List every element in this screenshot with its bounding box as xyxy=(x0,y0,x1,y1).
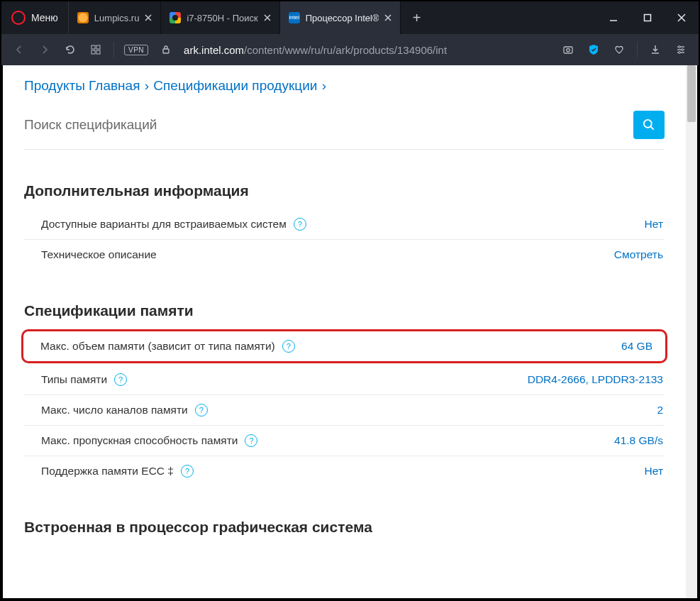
svg-point-22 xyxy=(679,52,681,54)
close-icon[interactable] xyxy=(384,14,391,21)
address-bar: VPN ark.intel.com/content/www/ru/ru/ark/… xyxy=(1,34,699,65)
spec-search-row: Поиск спецификаций xyxy=(24,111,665,150)
section-title-memory: Спецификации памяти xyxy=(24,302,665,319)
browser-window: Меню Lumpics.ru i7-8750H - Поиск intel П… xyxy=(0,0,700,601)
adblock-shield-icon[interactable] xyxy=(582,38,606,62)
spec-value: 64 GB xyxy=(621,340,652,353)
spec-label: Техническое описание xyxy=(41,248,157,261)
tab-strip: Lumpics.ru i7-8750H - Поиск intel Процес… xyxy=(69,1,596,34)
spec-row-embedded: Доступные варианты для встраиваемых сист… xyxy=(24,209,665,240)
breadcrumb-link-home[interactable]: Продукты Главная xyxy=(24,78,140,93)
viewport: Продукты Главная › Спецификации продукци… xyxy=(3,65,697,598)
spec-row-memory-types: Типы памяти ? DDR4-2666, LPDDR3-2133 xyxy=(24,365,665,395)
help-icon[interactable]: ? xyxy=(245,434,257,447)
spec-value: Нет xyxy=(645,465,663,478)
help-icon[interactable]: ? xyxy=(195,404,208,417)
vpn-badge[interactable]: VPN xyxy=(124,45,148,55)
section-title-additional: Дополнительная информация xyxy=(24,182,665,199)
spec-row-channels: Макс. число каналов памяти ? 2 xyxy=(24,395,665,426)
search-icon xyxy=(642,118,656,132)
bookmark-heart-button[interactable] xyxy=(607,38,631,62)
svg-rect-7 xyxy=(645,15,651,21)
page-content: Продукты Главная › Спецификации продукци… xyxy=(3,65,686,598)
lock-icon[interactable] xyxy=(154,38,178,62)
svg-point-16 xyxy=(567,48,570,51)
svg-rect-14 xyxy=(163,49,169,53)
svg-point-20 xyxy=(679,46,681,48)
menu-button[interactable]: Меню xyxy=(1,1,69,34)
chevron-right-icon: › xyxy=(145,78,149,93)
spec-value: 2 xyxy=(657,404,663,417)
spec-row-bandwidth: Макс. пропускная способность памяти ? 41… xyxy=(24,426,665,456)
tab-intel-active[interactable]: intel Процессор Intel® xyxy=(280,1,401,34)
tab-label: Lumpics.ru xyxy=(94,13,140,23)
spec-row-ecc: Поддержка памяти ECC ‡ ? Нет xyxy=(24,456,665,486)
spec-row-datasheet: Техническое описание Смотреть xyxy=(24,240,665,270)
maximize-button[interactable] xyxy=(630,1,665,34)
svg-rect-15 xyxy=(564,47,572,53)
tab-label: Процессор Intel® xyxy=(306,13,379,23)
help-icon[interactable]: ? xyxy=(282,340,295,353)
chevron-right-icon: › xyxy=(322,78,326,93)
opera-logo-icon xyxy=(11,11,26,25)
svg-rect-11 xyxy=(96,45,100,49)
search-button[interactable] xyxy=(633,111,665,139)
spec-list-additional: Доступные варианты для встраиваемых сист… xyxy=(24,209,665,270)
spec-label: Макс. объем памяти (зависит от типа памя… xyxy=(40,340,295,353)
reload-button[interactable] xyxy=(58,38,82,62)
tab-label: i7-8750H - Поиск xyxy=(187,13,257,23)
downloads-button[interactable] xyxy=(643,38,667,62)
svg-rect-13 xyxy=(96,50,100,54)
search-placeholder[interactable]: Поиск спецификаций xyxy=(24,117,157,133)
spec-row-max-memory: Макс. объем памяти (зависит от типа памя… xyxy=(21,329,667,363)
spec-value: Нет xyxy=(645,218,663,231)
separator xyxy=(113,42,114,57)
url-path: /content/www/ru/ru/ark/products/134906/i… xyxy=(244,44,447,56)
spec-label: Поддержка памяти ECC ‡ ? xyxy=(41,465,194,478)
spec-label: Типы памяти ? xyxy=(41,373,127,386)
favicon-lumpics-icon xyxy=(77,12,89,23)
window-controls xyxy=(596,1,699,34)
spec-label: Доступные варианты для встраиваемых сист… xyxy=(41,218,306,231)
menu-label: Меню xyxy=(31,12,58,23)
close-icon[interactable] xyxy=(264,14,271,21)
vertical-scrollbar[interactable] xyxy=(686,65,697,598)
speed-dial-button[interactable] xyxy=(84,38,108,62)
url-field[interactable]: ark.intel.com/content/www/ru/ru/ark/prod… xyxy=(179,44,555,56)
favicon-intel-icon: intel xyxy=(289,12,300,23)
separator xyxy=(637,42,638,57)
tab-lumpics[interactable]: Lumpics.ru xyxy=(69,1,162,34)
svg-line-24 xyxy=(651,127,654,130)
spec-value: DDR4-2666, LPDDR3-2133 xyxy=(528,373,663,386)
help-icon[interactable]: ? xyxy=(294,218,306,231)
url-host: ark.intel.com xyxy=(184,44,244,56)
svg-rect-10 xyxy=(91,45,95,49)
title-bar: Меню Lumpics.ru i7-8750H - Поиск intel П… xyxy=(1,1,699,34)
snapshot-button[interactable] xyxy=(556,38,580,62)
scroll-thumb[interactable] xyxy=(687,65,696,122)
tab-google-search[interactable]: i7-8750H - Поиск xyxy=(161,1,279,34)
spec-value: 41.8 GB/s xyxy=(614,434,663,447)
help-icon[interactable]: ? xyxy=(181,465,194,478)
spec-value-link[interactable]: Смотреть xyxy=(614,248,663,261)
svg-point-21 xyxy=(682,49,684,51)
svg-rect-12 xyxy=(91,50,95,54)
favicon-google-icon xyxy=(170,12,181,23)
minimize-button[interactable] xyxy=(596,1,630,34)
spec-list-memory: Макс. объем памяти (зависит от типа памя… xyxy=(24,329,665,486)
close-icon[interactable] xyxy=(145,14,152,21)
breadcrumb: Продукты Главная › Спецификации продукци… xyxy=(24,78,665,94)
spec-label: Макс. число каналов памяти ? xyxy=(41,404,208,417)
nav-back-button[interactable] xyxy=(7,38,31,62)
spec-label: Макс. пропускная способность памяти ? xyxy=(41,434,257,447)
easy-setup-button[interactable] xyxy=(669,38,693,62)
new-tab-button[interactable]: + xyxy=(401,1,432,34)
breadcrumb-link-specs[interactable]: Спецификации продукции xyxy=(153,78,317,93)
close-window-button[interactable] xyxy=(665,1,699,34)
section-title-graphics: Встроенная в процессор графическая систе… xyxy=(24,519,665,536)
help-icon[interactable]: ? xyxy=(114,373,127,386)
svg-point-23 xyxy=(644,120,652,128)
nav-forward-button[interactable] xyxy=(33,38,57,62)
